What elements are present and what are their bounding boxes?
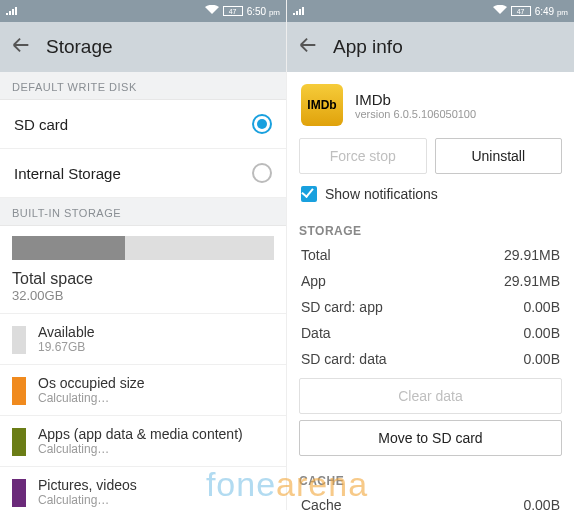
- storage-row: SD card: app0.00B: [287, 294, 574, 320]
- app-icon: IMDb: [301, 84, 343, 126]
- storage-key: SD card: app: [301, 299, 383, 315]
- radio-icon: [252, 114, 272, 134]
- category-sub: 19.67GB: [38, 340, 95, 354]
- status-bar: 47 6:50 pm: [0, 0, 286, 22]
- storage-bar: [0, 226, 286, 264]
- page-title: Storage: [46, 36, 113, 58]
- uninstall-button[interactable]: Uninstall: [435, 138, 563, 174]
- storage-value: 0.00B: [523, 325, 560, 341]
- storage-value: 29.91MB: [504, 247, 560, 263]
- category-sub: Calculating…: [38, 442, 243, 456]
- app-header: IMDb IMDb version 6.0.5.106050100: [287, 72, 574, 138]
- storage-key: Total: [301, 247, 331, 263]
- signal-icon: [6, 5, 18, 17]
- cache-row: Cache 0.00B: [287, 492, 574, 510]
- storage-screen: 47 6:50 pm Storage DEFAULT WRITE DISK SD…: [0, 0, 287, 510]
- category-label: Apps (app data & media content): [38, 426, 243, 442]
- battery-icon: 47: [511, 6, 531, 16]
- force-stop-button: Force stop: [299, 138, 427, 174]
- color-swatch: [12, 428, 26, 456]
- storage-key: App: [301, 273, 326, 289]
- category-label: Available: [38, 324, 95, 340]
- category-sub: Calculating…: [38, 391, 145, 405]
- storage-header: STORAGE: [287, 212, 574, 242]
- category-list: Available19.67GBOs occupied sizeCalculat…: [0, 314, 286, 510]
- storage-value: 29.91MB: [504, 273, 560, 289]
- status-time: 6:50 pm: [247, 6, 280, 17]
- total-space-label: Total space: [0, 264, 286, 288]
- storage-row: SD card: data0.00B: [287, 346, 574, 372]
- radio-icon: [252, 163, 272, 183]
- title-bar: Storage: [0, 22, 286, 72]
- status-time: 6:49 pm: [535, 6, 568, 17]
- back-icon[interactable]: [10, 34, 32, 60]
- color-swatch: [12, 377, 26, 405]
- total-space-value: 32.00GB: [0, 288, 286, 314]
- sd-card-option[interactable]: SD card: [0, 100, 286, 149]
- default-disk-header: DEFAULT WRITE DISK: [0, 72, 286, 100]
- storage-row: Total29.91MB: [287, 242, 574, 268]
- storage-key: Data: [301, 325, 331, 341]
- signal-icon: [293, 5, 305, 17]
- cache-value: 0.00B: [523, 497, 560, 510]
- storage-rows: Total29.91MBApp29.91MBSD card: app0.00BD…: [287, 242, 574, 372]
- category-sub: Calculating…: [38, 493, 137, 507]
- sd-card-label: SD card: [14, 116, 68, 133]
- builtin-header: BUILT-IN STORAGE: [0, 198, 286, 226]
- storage-value: 0.00B: [523, 299, 560, 315]
- internal-label: Internal Storage: [14, 165, 121, 182]
- category-row[interactable]: Pictures, videosCalculating…: [0, 467, 286, 510]
- storage-bar-fill: [12, 236, 125, 260]
- category-label: Pictures, videos: [38, 477, 137, 493]
- wifi-icon: [205, 5, 219, 17]
- clear-data-button: Clear data: [299, 378, 562, 414]
- back-icon[interactable]: [297, 34, 319, 60]
- storage-value: 0.00B: [523, 351, 560, 367]
- title-bar: App info: [287, 22, 574, 72]
- storage-row: Data0.00B: [287, 320, 574, 346]
- color-swatch: [12, 479, 26, 507]
- checkbox-icon: [301, 186, 317, 202]
- status-bar: 47 6:49 pm: [287, 0, 574, 22]
- show-notifications-row[interactable]: Show notifications: [287, 182, 574, 212]
- category-row[interactable]: Os occupied sizeCalculating…: [0, 365, 286, 416]
- category-label: Os occupied size: [38, 375, 145, 391]
- color-swatch: [12, 326, 26, 354]
- app-info-screen: 47 6:49 pm App info IMDb IMDb version 6.…: [287, 0, 574, 510]
- category-row[interactable]: Available19.67GB: [0, 314, 286, 365]
- category-row[interactable]: Apps (app data & media content)Calculati…: [0, 416, 286, 467]
- battery-icon: 47: [223, 6, 243, 16]
- cache-header: CACHE: [287, 462, 574, 492]
- storage-row: App29.91MB: [287, 268, 574, 294]
- app-version: version 6.0.5.106050100: [355, 108, 476, 120]
- cache-label: Cache: [301, 497, 341, 510]
- wifi-icon: [493, 5, 507, 17]
- app-name: IMDb: [355, 91, 476, 108]
- internal-storage-option[interactable]: Internal Storage: [0, 149, 286, 198]
- show-notifications-label: Show notifications: [325, 186, 438, 202]
- storage-key: SD card: data: [301, 351, 387, 367]
- move-to-sd-button[interactable]: Move to SD card: [299, 420, 562, 456]
- page-title: App info: [333, 36, 403, 58]
